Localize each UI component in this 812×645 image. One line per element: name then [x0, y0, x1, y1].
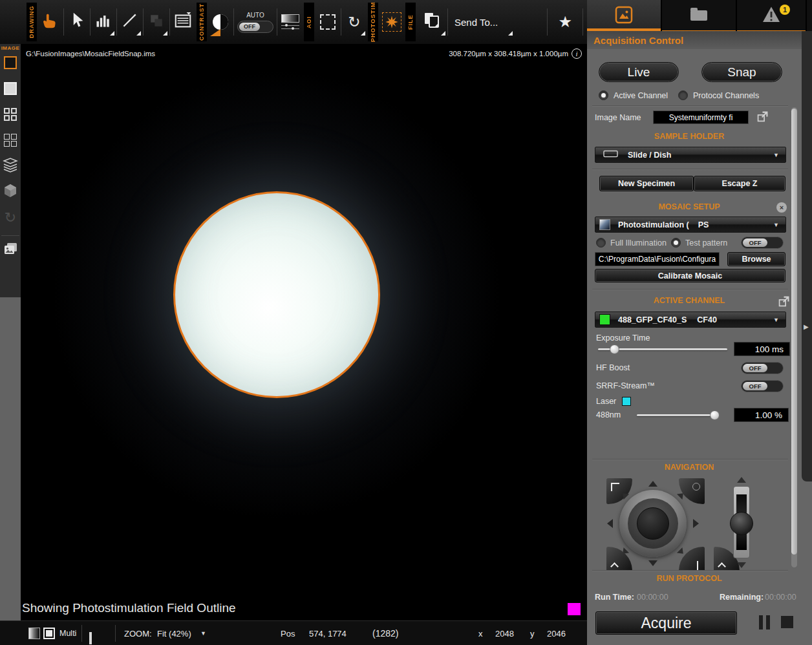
nav-down-arrow-icon[interactable]: [648, 560, 657, 566]
image-name-label: Image Name: [595, 113, 641, 122]
volume-3d-view-button[interactable]: [3, 185, 17, 199]
remaining-label: Remaining:: [720, 593, 764, 602]
annotation-list-tool-button[interactable]: [170, 5, 196, 39]
image-canvas[interactable]: Showing Photostimulation Field Outline: [21, 63, 587, 620]
submenu-corner-icon: [110, 31, 114, 36]
aoi-select-button[interactable]: [315, 5, 341, 39]
exposure-time-label: Exposure Time: [596, 333, 650, 343]
acquisition-panel: 1 Acquisition Control Live Snap Active C…: [587, 0, 812, 645]
send-to-button[interactable]: Send To...: [448, 5, 515, 39]
nav-left-arrow-icon[interactable]: [607, 519, 613, 528]
nav-right-arrow-icon[interactable]: [693, 519, 699, 528]
gallery-view-button[interactable]: [3, 243, 17, 257]
single-view-button[interactable]: [3, 81, 17, 96]
escape-z-button[interactable]: Escape Z: [694, 176, 785, 191]
test-pattern-radio[interactable]: [671, 238, 681, 248]
image-name-external-icon[interactable]: [756, 111, 769, 123]
multi-label[interactable]: Multi: [59, 629, 76, 638]
laser-power-slider-thumb[interactable]: [710, 410, 720, 420]
full-illumination-radio[interactable]: [596, 238, 606, 248]
gradient-display-icon[interactable]: [28, 628, 40, 639]
mosaic-pattern-name: Photostimulation (: [618, 220, 689, 229]
info-icon[interactable]: i: [572, 48, 582, 59]
photostim-field-button[interactable]: [379, 5, 405, 39]
nav-corner-bottom-left-button[interactable]: [606, 547, 632, 570]
line-icon: [121, 12, 139, 32]
view-mode-sidebar: IMAGE ↻: [0, 44, 21, 620]
copy-to-clipboard-button[interactable]: [416, 5, 447, 39]
sample-holder-dropdown[interactable]: Slide / Dish ▼: [595, 147, 786, 163]
image-viewport[interactable]: G:\FusionImages\MosaicFieldSnap.ims 308.…: [21, 44, 587, 620]
expand-panel-arrow-icon[interactable]: ▶: [804, 323, 809, 330]
panel-scrollbar-thumb[interactable]: [791, 109, 797, 555]
acquire-button[interactable]: Acquire: [595, 611, 737, 635]
contrast-tool-button[interactable]: [208, 5, 233, 39]
laser-label: Laser: [596, 397, 616, 406]
laser-power-value-box[interactable]: 1.00 %: [734, 408, 789, 422]
stop-button[interactable]: [781, 616, 793, 628]
active-channel-radio-label: Active Channel: [614, 91, 668, 100]
single-view-active-button[interactable]: [3, 56, 17, 70]
exposure-value-box[interactable]: 100 ms: [734, 342, 790, 356]
image-dimensions: 308.720µm x 308.418µm x 1.000µm: [449, 50, 568, 58]
solid-display-icon[interactable]: [43, 628, 55, 639]
y-value: 2046: [547, 628, 566, 638]
mosaic-pattern-dropdown[interactable]: Photostimulation ( PS ▼: [595, 217, 786, 233]
panel-tabs: 1: [587, 0, 812, 31]
image-name-input[interactable]: Systemuniformty fi: [653, 111, 749, 124]
mosaic-pattern-tag: PS: [698, 220, 709, 229]
tab-alerts[interactable]: 1: [737, 0, 807, 31]
calibrate-mosaic-button[interactable]: Calibrate Mosaic: [595, 269, 785, 282]
grid-2x2-icon: [4, 108, 17, 121]
test-pattern-toggle[interactable]: OFF: [741, 237, 784, 249]
gradient-wedge-icon: [210, 29, 220, 36]
panel-scrollbar[interactable]: [791, 107, 797, 567]
srrf-stream-toggle[interactable]: OFF: [741, 380, 784, 392]
test-pattern-label: Test pattern: [685, 238, 727, 248]
remaining-value: 00:00:00: [765, 593, 796, 602]
z-slider-knob[interactable]: [730, 512, 753, 535]
mosaic-config-path-input[interactable]: C:\ProgramData\Fusion\Configura: [595, 252, 720, 266]
auto-contrast-toggle[interactable]: OFF: [237, 21, 273, 33]
tab-acquisition[interactable]: [587, 0, 662, 31]
xy-joystick[interactable]: [619, 490, 687, 557]
exposure-slider-thumb[interactable]: [610, 344, 619, 354]
ruler-scale-button[interactable]: [89, 632, 92, 644]
zoom-value[interactable]: Fit (42%): [157, 628, 191, 638]
z-down-arrow-icon[interactable]: [737, 562, 746, 568]
laser-power-slider-track[interactable]: [637, 414, 718, 416]
pointer-hand-tool-button[interactable]: [37, 5, 63, 39]
hf-boost-toggle[interactable]: OFF: [741, 362, 784, 374]
line-profile-tool-button[interactable]: [117, 5, 143, 39]
channel-dropdown[interactable]: 488_GFP_CF40_S CF40 ▼: [595, 312, 786, 328]
mosaic-close-icon[interactable]: ×: [776, 202, 787, 213]
browse-button[interactable]: Browse: [727, 252, 785, 266]
aoi-rotate-button[interactable]: ↻: [341, 5, 367, 39]
pause-button[interactable]: [758, 615, 772, 629]
select-arrow-tool-button[interactable]: [64, 5, 90, 39]
favorites-star-button[interactable]: ★: [548, 13, 582, 31]
shapes-tool-button[interactable]: [144, 5, 169, 39]
rotate-view-button[interactable]: ↻: [3, 211, 17, 225]
multi-grid-view-button[interactable]: [3, 133, 17, 147]
z-stack-view-button[interactable]: [3, 159, 17, 173]
snap-button[interactable]: Snap: [701, 62, 782, 82]
nav-up-arrow-icon[interactable]: [648, 481, 657, 487]
live-button[interactable]: Live: [599, 62, 679, 82]
fusion-app-window: DRAWING CONTRAST: [0, 0, 812, 645]
grid-view-button[interactable]: [3, 107, 17, 122]
full-illumination-label: Full Illumination: [610, 238, 667, 248]
active-channel-radio[interactable]: [599, 90, 608, 100]
display-settings-button[interactable]: [277, 5, 303, 39]
histogram-tool-button[interactable]: [91, 5, 116, 39]
new-specimen-button[interactable]: New Specimen: [599, 176, 694, 191]
z-up-arrow-icon[interactable]: [737, 477, 746, 483]
photostim-group-label: PHOTOSTIM: [368, 3, 378, 41]
joystick-knob[interactable]: [637, 507, 669, 540]
collapsed-side-panel[interactable]: ▶: [802, 31, 812, 481]
tab-files[interactable]: [662, 0, 737, 31]
zoom-caret-icon[interactable]: ▼: [200, 630, 206, 637]
nav-corner-top-right-button[interactable]: [679, 478, 705, 504]
active-channel-external-icon[interactable]: [778, 295, 790, 308]
protocol-channels-radio[interactable]: [678, 90, 688, 100]
